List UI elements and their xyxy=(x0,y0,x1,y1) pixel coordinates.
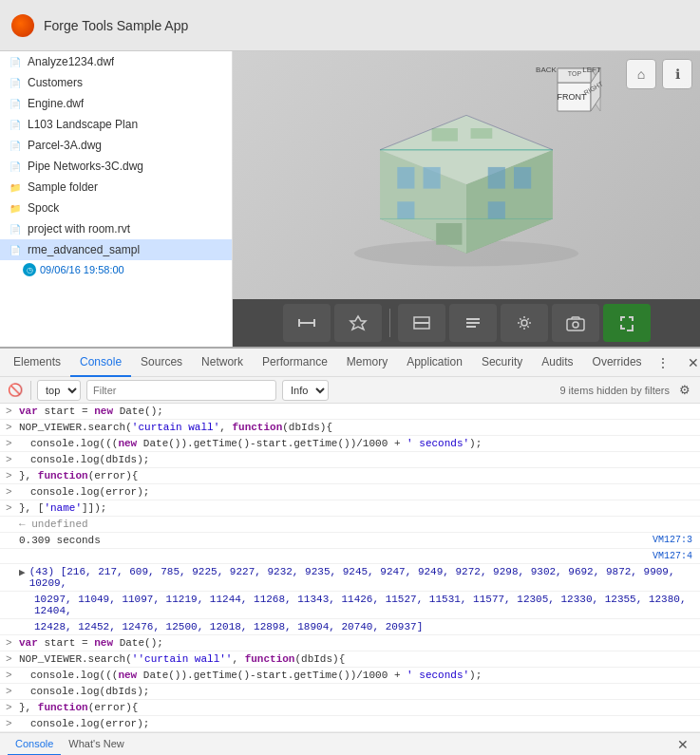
tree-item-l103[interactable]: 📄 L103 Landscape Plan xyxy=(0,114,232,135)
file-icon: 📄 xyxy=(8,159,23,174)
3d-viewer[interactable]: ⌂ ℹ FRONT R xyxy=(233,51,700,299)
app-title: Forge Tools Sample App xyxy=(44,18,188,33)
console-line: console.log(error); xyxy=(0,484,700,500)
console-line-array1: ▶ (43) [216, 217, 609, 785, 9225, 9227, … xyxy=(0,564,700,592)
console-line: console.log(((new Date()).getTime()-star… xyxy=(0,668,700,684)
bottom-tab-console[interactable]: Console xyxy=(8,733,61,756)
file-icon: 📄 xyxy=(8,54,23,69)
console-toolbar: 🚫 top Info 9 items hidden by filters ⚙ xyxy=(0,377,700,404)
context-select[interactable]: top xyxy=(37,380,81,401)
tree-item-project-room[interactable]: 📄 project with room.rvt xyxy=(0,218,232,239)
items-hidden-text: 9 items hidden by filters xyxy=(559,385,670,396)
expand-icon[interactable]: ▶ xyxy=(19,566,26,578)
tab-sources[interactable]: Sources xyxy=(131,349,192,377)
clock-icon: ◷ xyxy=(23,263,36,276)
tree-item-parcel[interactable]: 📄 Parcel-3A.dwg xyxy=(0,135,232,156)
settings-button[interactable] xyxy=(501,304,548,342)
file-tree-sidebar: 📄 Analyze1234.dwf 📄 Customers 📄 Engine.d… xyxy=(0,51,233,347)
home-view-button[interactable]: ⌂ xyxy=(626,59,656,89)
svg-rect-22 xyxy=(471,128,493,139)
more-tabs-button[interactable]: ⋮ xyxy=(652,351,674,374)
svg-rect-19 xyxy=(514,166,531,188)
explode-button[interactable] xyxy=(334,304,382,342)
close-bottom-panel-button[interactable]: ✕ xyxy=(673,735,692,754)
file-icon: 📄 xyxy=(8,242,23,257)
tree-item-pipe[interactable]: 📄 Pipe Networks-3C.dwg xyxy=(0,156,232,177)
tree-item-sample-folder[interactable]: 📁 Sample folder xyxy=(0,177,232,198)
console-line-vmref: VM127:4 xyxy=(0,549,700,564)
properties-button[interactable] xyxy=(449,304,497,342)
tab-audits[interactable]: Audits xyxy=(532,349,582,377)
file-icon: 📄 xyxy=(8,96,23,111)
console-line-timing1: 0.309 seconds VM127:3 xyxy=(0,533,700,549)
tab-memory[interactable]: Memory xyxy=(337,349,397,377)
console-line: console.log(((new Date()).getTime()-star… xyxy=(0,436,700,452)
vm-ref: VM127:4 xyxy=(653,551,692,561)
svg-rect-20 xyxy=(488,201,505,218)
fullscreen-button[interactable] xyxy=(603,304,651,342)
folder-icon: 📁 xyxy=(8,200,23,216)
console-line: var start = new Date(); xyxy=(0,635,700,651)
viewer-area: ⌂ ℹ FRONT R xyxy=(233,51,700,347)
section-button[interactable] xyxy=(398,304,445,342)
tree-item-rme[interactable]: 📄 rme_advanced_sampl xyxy=(0,239,232,260)
tree-item-engine[interactable]: 📄 Engine.dwf xyxy=(0,93,232,114)
console-line: }, function(error){ xyxy=(0,468,700,484)
info-button[interactable]: ℹ xyxy=(662,59,692,89)
toolbar-separator xyxy=(389,309,390,337)
tree-item-label: Engine.dwf xyxy=(28,97,84,110)
timestamp-label: 09/06/16 19:58:00 xyxy=(40,264,124,275)
tree-item-customers[interactable]: 📄 Customers xyxy=(0,72,232,93)
bottom-tab-whats-new[interactable]: What's New xyxy=(61,733,131,756)
tree-item-label: Parcel-3A.dwg xyxy=(28,139,102,152)
app-icon xyxy=(11,14,34,37)
camera-button[interactable] xyxy=(552,304,599,342)
tab-performance[interactable]: Performance xyxy=(253,349,337,377)
vm-ref: VM127:3 xyxy=(653,535,692,545)
svg-rect-17 xyxy=(397,201,414,218)
console-line: var start = new Date(); xyxy=(0,404,700,420)
tab-security[interactable]: Security xyxy=(472,349,532,377)
svg-point-39 xyxy=(573,322,578,328)
file-icon: 📄 xyxy=(8,117,23,132)
file-icon: 📄 xyxy=(8,75,23,90)
console-line-result: ← undefined xyxy=(0,517,700,533)
tree-item-spock[interactable]: 📁 Spock xyxy=(0,198,232,218)
tab-elements[interactable]: Elements xyxy=(4,349,70,377)
svg-rect-16 xyxy=(424,166,441,188)
svg-rect-23 xyxy=(436,223,462,245)
tree-item-analyze[interactable]: 📄 Analyze1234.dwf xyxy=(0,51,232,72)
file-icon: 📄 xyxy=(8,138,23,153)
console-line: console.log(dbIds); xyxy=(0,684,700,700)
svg-text:LEFT: LEFT xyxy=(582,66,601,74)
measure-button[interactable] xyxy=(283,304,331,342)
console-line: console.log(dbIds); xyxy=(0,452,700,468)
svg-rect-38 xyxy=(567,319,584,330)
viewer-bottom-toolbar xyxy=(233,299,700,347)
tree-item-timestamp[interactable]: ◷ 09/06/16 19:58:00 xyxy=(0,260,232,279)
tab-overrides[interactable]: Overrides xyxy=(583,349,652,377)
devtools-panel: Elements Console Sources Network Perform… xyxy=(0,347,700,755)
tree-item-label: Spock xyxy=(28,201,59,215)
console-filter-input[interactable] xyxy=(86,380,276,401)
close-devtools-button[interactable]: ✕ xyxy=(682,351,700,374)
devtools-tab-bar: Elements Console Sources Network Perform… xyxy=(0,349,700,377)
devtools-tab-actions: ⋮ ✕ xyxy=(652,351,700,374)
svg-text:BACK: BACK xyxy=(536,66,557,74)
devtools-bottom-bar: Console What's New ✕ xyxy=(0,732,700,755)
folder-icon: 📁 xyxy=(8,179,23,195)
tree-item-label: rme_advanced_sampl xyxy=(28,243,140,256)
clear-console-button[interactable]: 🚫 xyxy=(6,381,25,400)
tab-application[interactable]: Application xyxy=(397,349,472,377)
tab-console[interactable]: Console xyxy=(70,349,131,377)
tree-item-label: Analyze1234.dwf xyxy=(28,55,114,68)
title-bar: Forge Tools Sample App xyxy=(0,0,700,51)
console-line-array-cont: 10297, 11049, 11097, 11219, 11244, 11268… xyxy=(0,592,700,619)
log-level-select[interactable]: Info xyxy=(282,380,329,401)
console-line: console.log(error); xyxy=(0,716,700,732)
svg-rect-18 xyxy=(488,166,505,188)
tree-item-label: Sample folder xyxy=(28,180,98,194)
tab-network[interactable]: Network xyxy=(192,349,253,377)
console-settings-button[interactable]: ⚙ xyxy=(675,381,694,400)
svg-text:TOP: TOP xyxy=(568,70,582,77)
